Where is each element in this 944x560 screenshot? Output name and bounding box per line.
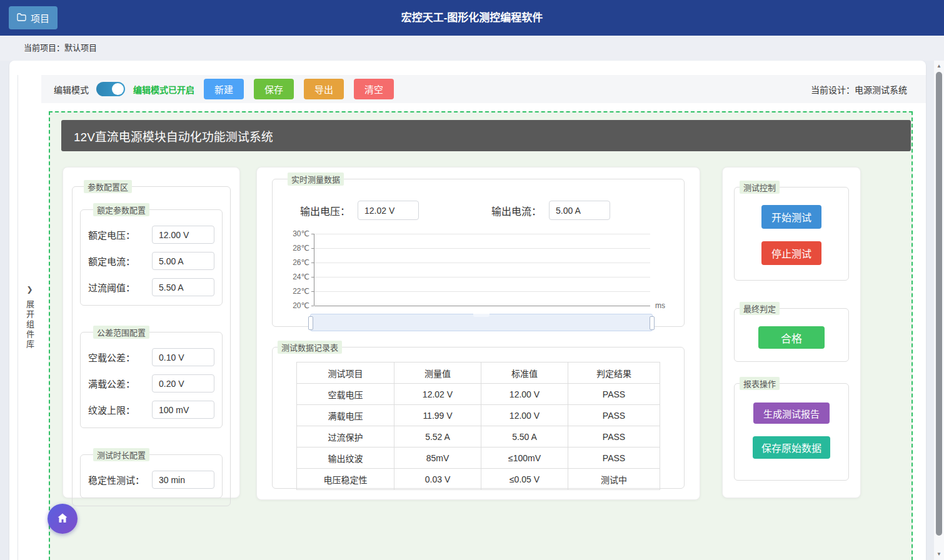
cell-measured: 85mV (394, 448, 481, 469)
rated-current-row: 额定电流： (88, 252, 214, 270)
duration-fieldset: 测试时长配置 稳定性测试： (80, 448, 223, 498)
ripple-limit-input[interactable] (152, 401, 214, 419)
home-icon (56, 512, 69, 526)
datazoom-right-handle[interactable] (650, 316, 655, 330)
col-header-standard: 标准值 (481, 362, 568, 384)
y-tick-label: 28℃ (293, 244, 309, 252)
chart-datazoom-slider[interactable] (310, 314, 653, 331)
save-raw-data-button[interactable]: 保存原始数据 (753, 436, 830, 459)
subheader-bar: 当前项目：默认项目 (0, 36, 944, 61)
table-row: 满载电压 11.99 V 12.00 V PASS (297, 405, 660, 426)
current-project-label: 当前项目：默认项目 (24, 36, 97, 61)
noload-tolerance-input[interactable] (152, 348, 214, 366)
edit-mode-toggle[interactable] (96, 82, 125, 96)
save-button[interactable]: 保存 (254, 79, 294, 99)
output-current-input[interactable] (549, 201, 610, 220)
rated-voltage-input[interactable] (152, 226, 214, 244)
y-tick-label: 30℃ (293, 229, 309, 238)
clear-button[interactable]: 清空 (354, 79, 394, 99)
realtime-data-legend: 实时测量数据 (288, 172, 344, 186)
tolerance-legend: 公差范围配置 (93, 326, 149, 339)
vertical-scrollbar[interactable]: ▲ ▼ (934, 61, 944, 560)
fullload-tolerance-row: 满载公差： (88, 374, 214, 392)
home-fab-button[interactable] (48, 504, 78, 534)
top-navbar: 项目 宏控天工-图形化测控编程软件 (0, 0, 944, 36)
gridline: 24℃ (314, 277, 650, 278)
y-tick-label: 22℃ (293, 287, 309, 296)
col-header-result: 判定结果 (568, 362, 660, 384)
app-title: 宏控天工-图形化测控编程软件 (0, 0, 944, 36)
output-voltage-input[interactable] (358, 201, 419, 220)
cell-measured: 12.02 V (394, 384, 481, 405)
y-tick-label: 24℃ (293, 272, 309, 281)
tolerance-fieldset: 公差范围配置 空载公差： 满载公差： 纹波上限： (80, 326, 223, 428)
param-config-fieldset: 参数配置区 额定参数配置 额定电压： 额定电流： 过流阈值： (72, 180, 231, 506)
test-control-fieldset: 测试控制 开始测试 停止测试 (734, 181, 849, 281)
export-button[interactable]: 导出 (304, 79, 344, 99)
stability-test-input[interactable] (152, 471, 214, 489)
rated-voltage-row: 额定电压： (88, 226, 214, 244)
cell-result: PASS (568, 405, 660, 426)
fullload-tolerance-input[interactable] (152, 374, 214, 392)
final-verdict-fieldset: 最终判定 合格 (734, 302, 849, 362)
cell-standard: ≤100mV (481, 448, 568, 469)
edit-mode-label: 编辑模式 (54, 83, 89, 96)
measurement-panel: 实时测量数据 输出电压： 输出电流： 30℃ 28℃ 26℃ (256, 167, 700, 500)
start-test-button[interactable]: 开始测试 (761, 205, 821, 229)
main-content-card: ❯ 展开组件库 编辑模式 编辑模式已开启 新建 保存 导出 清空 当前设计：电源… (9, 61, 926, 560)
cell-item: 满载电压 (297, 405, 394, 426)
output-current-group: 输出电流： (491, 201, 610, 220)
cell-item: 电压稳定性 (297, 469, 394, 490)
new-button[interactable]: 新建 (204, 79, 244, 99)
scroll-down-icon[interactable]: ▼ (934, 550, 944, 559)
cell-standard: 12.00 V (481, 384, 568, 405)
cell-result: PASS (568, 426, 660, 448)
table-row: 空载电压 12.02 V 12.00 V PASS (297, 384, 660, 405)
gridline: 26℃ (314, 262, 650, 263)
stability-test-label: 稳定性测试： (88, 473, 144, 486)
x-axis-line: 20℃ms (314, 306, 650, 306)
table-row: 电压稳定性 0.03 V ≤0.05 V 测试中 (297, 469, 660, 490)
scroll-up-icon[interactable]: ▲ (934, 62, 944, 71)
cell-standard: 5.50 A (481, 426, 568, 448)
output-voltage-group: 输出电压： (300, 201, 419, 220)
chart-plot-area: 30℃ 28℃ 26℃ 24℃ 22℃ 20℃ms (314, 234, 650, 306)
rated-voltage-label: 额定电压： (88, 228, 135, 241)
final-verdict-legend: 最终判定 (740, 302, 780, 315)
table-row: 输出纹波 85mV ≤100mV PASS (297, 448, 660, 469)
scrollbar-thumb[interactable] (936, 72, 942, 536)
current-design-label: 当前设计：电源测试系统 (811, 83, 907, 96)
cell-result: PASS (568, 384, 660, 405)
noload-tolerance-label: 空载公差： (88, 351, 135, 364)
gridline: 28℃ (314, 248, 650, 249)
cell-measured: 11.99 V (394, 405, 481, 426)
cell-standard: 12.00 V (481, 405, 568, 426)
measurement-row: 输出电压： 输出电流： (300, 201, 674, 220)
table-row: 过流保护 5.52 A 5.50 A PASS (297, 426, 660, 448)
stability-test-row: 稳定性测试： (88, 471, 214, 489)
toggle-knob (112, 83, 124, 95)
y-tick-label: 26℃ (293, 258, 309, 267)
edit-toolbar: 编辑模式 编辑模式已开启 新建 保存 导出 清空 当前设计：电源测试系统 (41, 75, 926, 103)
gridline: 30℃ (314, 234, 650, 234)
cell-measured: 5.52 A (394, 426, 481, 448)
overcurrent-threshold-row: 过流阈值： (88, 278, 214, 296)
generate-report-button[interactable]: 生成测试报告 (753, 402, 830, 424)
stop-test-button[interactable]: 停止测试 (761, 241, 821, 265)
overcurrent-threshold-label: 过流阈值： (88, 281, 135, 294)
overcurrent-threshold-input[interactable] (152, 278, 214, 296)
col-header-measured: 测量值 (394, 362, 481, 384)
component-library-expander[interactable]: ❯ 展开组件库 (18, 75, 41, 560)
cell-item: 输出纹波 (297, 448, 394, 469)
rated-params-legend: 额定参数配置 (93, 203, 149, 216)
datazoom-grip[interactable] (473, 314, 490, 317)
rated-params-fieldset: 额定参数配置 额定电压： 额定电流： 过流阈值： (80, 203, 223, 306)
test-control-legend: 测试控制 (740, 181, 780, 194)
verdict-pass-button[interactable]: 合格 (758, 326, 825, 349)
realtime-data-fieldset: 实时测量数据 输出电压： 输出电流： 30℃ 28℃ 26℃ (272, 172, 685, 327)
col-header-item: 测试项目 (297, 362, 394, 384)
rated-current-input[interactable] (152, 252, 214, 270)
edit-mode-status: 编辑模式已开启 (133, 83, 194, 96)
cell-result: 测试中 (568, 469, 660, 490)
datazoom-left-handle[interactable] (308, 316, 313, 330)
